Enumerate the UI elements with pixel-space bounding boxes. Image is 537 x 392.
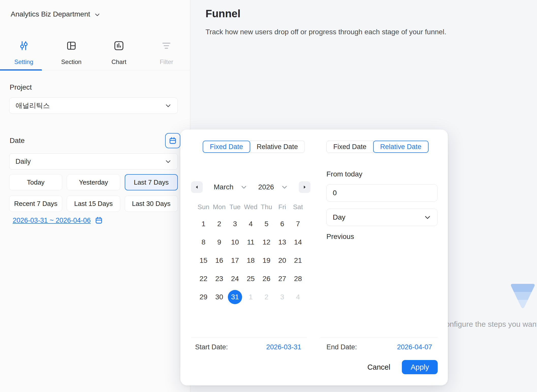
relative-unit-select[interactable]: Day bbox=[326, 209, 437, 226]
calendar-day-number: 4 bbox=[244, 217, 258, 231]
project-select[interactable]: 애널리틱스 bbox=[9, 97, 178, 114]
calendar-day-number: 22 bbox=[196, 272, 211, 286]
tab-section[interactable]: Section bbox=[48, 32, 95, 70]
calendar-day[interactable]: 23 bbox=[211, 270, 227, 288]
date-preset-button[interactable]: Last 15 Days bbox=[67, 195, 120, 212]
apply-button[interactable]: Apply bbox=[402, 360, 438, 374]
date-range-link[interactable]: 2026-03-31 ~ 2026-04-06 bbox=[13, 217, 91, 224]
start-fixed-date-option[interactable]: Fixed Date bbox=[203, 141, 250, 153]
calendar-day[interactable]: 18 bbox=[243, 251, 259, 270]
calendar-day[interactable]: 25 bbox=[243, 270, 259, 288]
calendar-header: March 2026 bbox=[191, 181, 310, 193]
calendar-day[interactable]: 3 bbox=[227, 215, 243, 233]
end-date-mode-toggle: Fixed Date Relative Date bbox=[326, 141, 429, 153]
previous-month-button[interactable] bbox=[191, 181, 203, 193]
calendar-day[interactable]: 31 bbox=[227, 288, 243, 306]
chevron-down-icon bbox=[241, 184, 247, 190]
calendar-day[interactable]: 7 bbox=[290, 215, 306, 233]
chevron-down-icon bbox=[94, 12, 100, 18]
calendar-day[interactable]: 2 bbox=[211, 215, 227, 233]
calendar-day[interactable]: 24 bbox=[227, 270, 243, 288]
chevron-down-icon bbox=[165, 102, 171, 109]
calendar-day-number: 3 bbox=[275, 290, 289, 304]
weekday-label: Fri bbox=[274, 203, 290, 211]
calendar-day-number: 10 bbox=[228, 235, 242, 249]
calendar-day[interactable]: 11 bbox=[243, 233, 259, 251]
calendar-day[interactable]: 16 bbox=[211, 251, 227, 270]
open-calendar-button[interactable] bbox=[165, 133, 180, 148]
tab-chart[interactable]: Chart bbox=[95, 32, 143, 70]
date-preset-button[interactable]: Last 7 Days bbox=[125, 174, 178, 190]
tab-chart-label: Chart bbox=[112, 58, 127, 66]
calendar-day[interactable]: 27 bbox=[274, 270, 290, 288]
calendar-day-number: 3 bbox=[228, 217, 242, 231]
date-preset-button[interactable]: Today bbox=[9, 174, 62, 190]
cancel-button[interactable]: Cancel bbox=[367, 363, 390, 371]
calendar-day-number: 21 bbox=[291, 253, 305, 268]
calendar-day[interactable]: 19 bbox=[259, 251, 274, 270]
calendar-day[interactable]: 30 bbox=[211, 288, 227, 306]
previous-label: Previous bbox=[326, 233, 354, 241]
granularity-select-value: Daily bbox=[15, 158, 31, 166]
calendar-day-number: 19 bbox=[259, 253, 274, 268]
calendar-day[interactable]: 15 bbox=[196, 251, 211, 270]
year-select[interactable]: 2026 bbox=[258, 183, 288, 191]
calendar-day-number: 2 bbox=[212, 217, 226, 231]
settings-sidebar: Analytics Biz Department Setting Section bbox=[0, 0, 190, 392]
calendar-day-number: 20 bbox=[275, 253, 289, 268]
next-month-button[interactable] bbox=[299, 181, 310, 193]
calendar-day-grid: 1234567891011121314151617181920212223242… bbox=[196, 215, 306, 306]
calendar-day[interactable]: 28 bbox=[290, 270, 306, 288]
arrow-right-icon bbox=[302, 185, 307, 190]
calendar-day[interactable]: 9 bbox=[211, 233, 227, 251]
calendar-day-number: 1 bbox=[244, 290, 258, 304]
date-label: Date bbox=[10, 137, 25, 145]
date-preset-button[interactable]: Recent 7 Days bbox=[9, 195, 62, 212]
chevron-down-icon bbox=[165, 158, 171, 165]
calendar-day[interactable]: 3 bbox=[274, 288, 290, 306]
page-title: Funnel bbox=[206, 8, 241, 20]
start-date-value[interactable]: 2026-03-31 bbox=[266, 343, 301, 351]
funnel-empty-state-text: Configure the steps you want to track. bbox=[440, 320, 537, 329]
workspace-name: Analytics Biz Department bbox=[11, 10, 90, 18]
calendar-day-number: 13 bbox=[275, 235, 289, 249]
relative-offset-input[interactable] bbox=[326, 184, 437, 202]
calendar-day[interactable]: 10 bbox=[227, 233, 243, 251]
end-relative-date-option[interactable]: Relative Date bbox=[373, 141, 429, 153]
date-preset-button[interactable]: Yesterday bbox=[67, 174, 120, 190]
calendar-day[interactable]: 6 bbox=[274, 215, 290, 233]
tab-setting[interactable]: Setting bbox=[0, 32, 48, 70]
date-preset-button[interactable]: Last 30 Days bbox=[125, 195, 178, 212]
calendar-day[interactable]: 29 bbox=[196, 288, 211, 306]
granularity-select[interactable]: Daily bbox=[9, 153, 178, 170]
calendar-day[interactable]: 26 bbox=[259, 270, 274, 288]
calendar-icon bbox=[169, 137, 177, 145]
calendar-day[interactable]: 12 bbox=[259, 233, 274, 251]
calendar-day-number: 11 bbox=[244, 235, 258, 249]
end-date-value[interactable]: 2026-04-07 bbox=[397, 343, 432, 351]
weekday-label: Mon bbox=[211, 203, 227, 211]
calendar-day-number: 31 bbox=[228, 290, 242, 304]
calendar-day[interactable]: 1 bbox=[243, 288, 259, 306]
calendar-day[interactable]: 5 bbox=[259, 215, 274, 233]
start-relative-date-option[interactable]: Relative Date bbox=[250, 141, 305, 153]
calendar-day[interactable]: 17 bbox=[227, 251, 243, 270]
calendar-day[interactable]: 2 bbox=[259, 288, 274, 306]
calendar-day[interactable]: 13 bbox=[274, 233, 290, 251]
month-select[interactable]: March bbox=[214, 183, 247, 191]
calendar-day[interactable]: 4 bbox=[243, 215, 259, 233]
modal-footer: Cancel Apply bbox=[367, 360, 438, 374]
calendar-day[interactable]: 22 bbox=[196, 270, 211, 288]
end-fixed-date-option[interactable]: Fixed Date bbox=[326, 141, 373, 153]
start-date-label: Start Date: bbox=[195, 343, 228, 351]
calendar-day[interactable]: 4 bbox=[290, 288, 306, 306]
tab-filter[interactable]: Filter bbox=[143, 32, 190, 70]
funnel-empty-state-icon bbox=[510, 284, 535, 309]
workspace-switcher[interactable]: Analytics Biz Department bbox=[11, 10, 100, 18]
calendar-day-number: 5 bbox=[259, 217, 274, 231]
calendar-day[interactable]: 21 bbox=[290, 251, 306, 270]
calendar-day[interactable]: 14 bbox=[290, 233, 306, 251]
calendar-day[interactable]: 8 bbox=[196, 233, 211, 251]
calendar-day[interactable]: 20 bbox=[274, 251, 290, 270]
calendar-day[interactable]: 1 bbox=[196, 215, 211, 233]
